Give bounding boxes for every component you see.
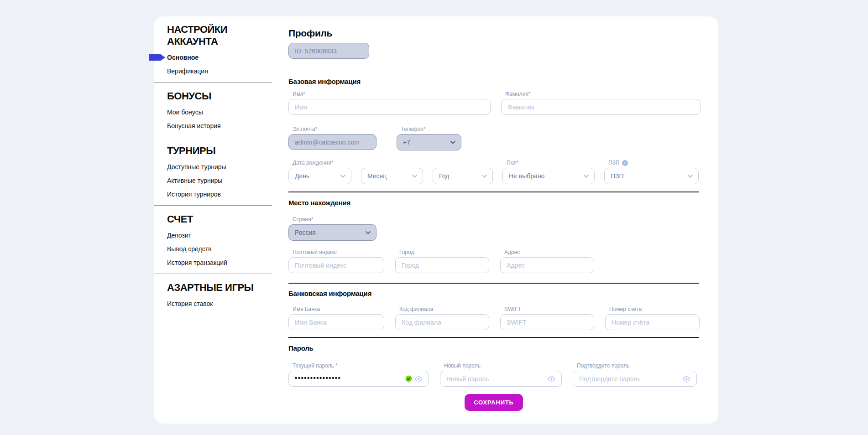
chevron-down-icon [412,175,417,178]
sidebar-heading-bonuses: БОНУСЫ [167,90,272,102]
section-title-password: Пароль [288,344,699,352]
sidebar-divider [154,274,272,274]
first-name-field: Имя* [288,91,491,115]
sidebar-heading-tournaments: ТУРНИРЫ [167,145,272,157]
profile-content: Профиль Базовая информация Имя* Фамилия*… [288,16,699,411]
bank-name-input[interactable] [288,314,384,330]
birth-year-select[interactable]: Год [433,168,493,184]
sidebar-item-label: История ставок [167,300,213,307]
save-button[interactable]: СОХРАНИТЬ [465,394,523,411]
sidebar-item-tournament-history[interactable]: История турниров [167,191,272,198]
country-select: Россия [288,224,376,241]
country-field: Страна* Россия [288,216,376,241]
address-input[interactable] [500,257,594,273]
sidebar-item-deposit[interactable]: Депозит [167,232,272,239]
chevron-down-icon [688,175,693,178]
sidebar-heading-account: СЧЕТ [167,213,272,225]
city-input[interactable] [395,257,489,273]
sidebar-item-transaction-history[interactable]: История транзакций [167,259,272,266]
city-field: Город [395,249,489,273]
branch-code-field: Код филиала [395,306,489,330]
last-name-field: Фамилия* [501,91,701,115]
branch-code-input[interactable] [395,314,489,330]
gender-select[interactable]: Не выбрано [502,168,595,184]
sidebar-item-main[interactable]: Основное [167,54,272,61]
account-settings-card: НАСТРОЙКИ АККАУНТА Основное Верификация … [154,16,718,424]
last-name-label: Фамилия* [505,91,701,97]
divider [288,337,699,338]
sidebar-item-bet-history[interactable]: История ставок [167,300,272,307]
confirm-password-placeholder: Подтвердите пароль [579,375,641,383]
sidebar-item-verification[interactable]: Верификация [167,67,272,75]
sidebar-divider [154,82,272,83]
chevron-down-icon [584,175,589,178]
chevron-down-icon [482,175,487,178]
birth-day-select[interactable]: День [288,168,351,184]
sidebar-item-bonus-history[interactable]: Бонусная история [167,122,272,129]
postal-code-input[interactable] [288,257,384,273]
section-title-basic-info: Базовая информация [288,78,699,85]
swift-field: SWIFT [500,306,594,330]
sidebar-item-label: Доступные турниры [167,163,226,171]
divider [288,70,699,70]
phone-code-value: +7 [403,139,410,146]
sidebar-item-label: Бонусная история [167,122,221,129]
eye-icon[interactable] [683,376,690,382]
birth-month-field: Месяц [361,168,423,184]
section-title-location: Место нахождения [288,199,699,207]
pzp-label-text: ПЗП [608,160,620,166]
current-password-input[interactable]: ••••••••••••••• [288,371,429,387]
pzp-field: ПЗП i ПЗП [604,160,699,184]
new-password-input[interactable]: Новый пароль [440,371,562,387]
confirm-password-input[interactable]: Подтвердите пароль [573,371,697,387]
account-number-input[interactable] [605,314,700,330]
info-icon[interactable]: i [622,160,628,166]
swift-input[interactable] [500,314,594,330]
first-name-input[interactable] [288,99,491,115]
sidebar-item-label: Активные турниры [167,177,222,184]
sidebar-item-label: Депозит [167,232,191,239]
first-name-label: Имя* [293,91,491,97]
gender-label: Пол* [507,160,595,166]
birth-date-label: Дата рождения* [293,160,351,166]
branch-code-label: Код филиала [399,306,489,312]
birth-day-value: День [295,172,309,180]
sidebar-item-withdrawal[interactable]: Вывод средств [167,245,272,253]
sidebar-heading-gambling: АЗАРТНЫЕ ИГРЫ [167,282,272,294]
postal-code-field: Почтовый индекс [288,249,384,273]
birth-year-field: Год [433,168,493,184]
postal-code-label: Почтовый индекс [293,249,384,255]
address-field: Адрес [500,249,594,273]
sidebar-item-available-tournaments[interactable]: Доступные турниры [167,163,272,171]
birth-month-value: Месяц [367,172,387,180]
confirm-password-field: Подтвердите пароль Подтвердите пароль [573,362,697,387]
section-title-bank-info: Банковская информация [288,290,699,297]
bank-name-field: Имя Банка [288,306,384,330]
valid-check-icon [405,375,412,382]
divider [288,283,699,284]
email-field: Эл.почта* [288,126,376,150]
sidebar-item-my-bonuses[interactable]: Мои бонусы [167,109,272,116]
bank-name-label: Имя Банка [293,306,384,312]
new-password-placeholder: Новый пароль [446,375,489,383]
confirm-password-label: Подтвердите пароль [577,362,697,369]
gender-field: Пол* Не выбрано [502,160,595,184]
eye-icon[interactable] [548,376,555,382]
new-password-label: Новый пароль [444,362,562,369]
chevron-down-icon [366,231,371,234]
phone-code-select: +7 [397,134,461,150]
current-password-masked-value: ••••••••••••••• [295,370,341,386]
email-label: Эл.почта* [293,126,376,132]
chevron-down-icon [340,175,345,178]
email-input [288,134,376,150]
eye-icon[interactable] [415,376,423,382]
page-title: Профиль [288,28,699,39]
player-id-field [288,43,369,59]
sidebar-item-active-tournaments[interactable]: Активные турниры [167,177,272,184]
pzp-select[interactable]: ПЗП [604,168,699,184]
sidebar-item-label: История турниров [167,191,221,198]
last-name-input[interactable] [501,99,701,115]
pzp-label: ПЗП i [608,160,699,166]
birth-month-select[interactable]: Месяц [361,168,423,184]
sidebar-item-label: Основное [167,54,199,61]
